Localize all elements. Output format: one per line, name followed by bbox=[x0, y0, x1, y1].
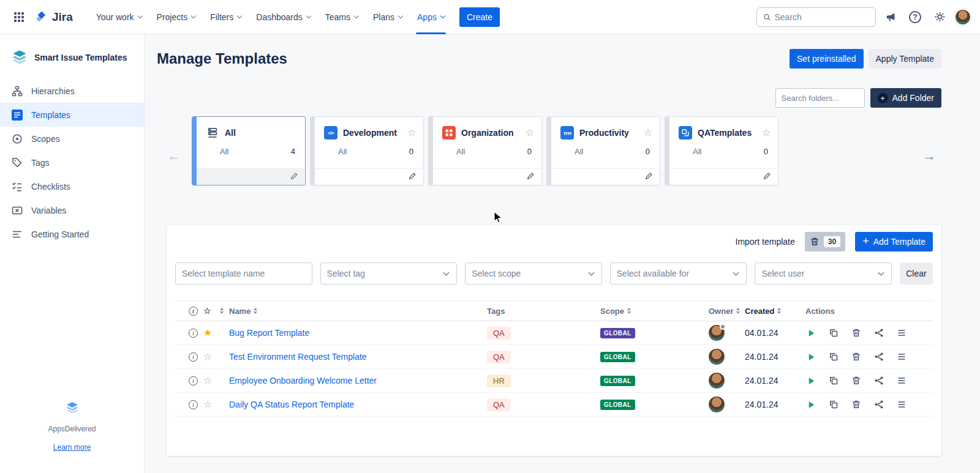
copy-icon[interactable] bbox=[828, 375, 839, 386]
favorite-star-icon[interactable] bbox=[203, 400, 212, 409]
owner-avatar[interactable] bbox=[709, 349, 725, 365]
announcements-icon[interactable] bbox=[881, 7, 900, 27]
more-menu-icon[interactable] bbox=[896, 351, 907, 362]
share-icon[interactable] bbox=[873, 351, 884, 362]
apply-play-icon[interactable] bbox=[805, 399, 816, 410]
filter-user-select[interactable]: Select user bbox=[755, 263, 892, 285]
sidebar-item-hierarchies[interactable]: Hierarchies bbox=[0, 79, 144, 103]
favorite-star-icon[interactable] bbox=[203, 352, 212, 362]
sidebar-item-variables[interactable]: Variables bbox=[0, 198, 144, 222]
apply-play-icon[interactable] bbox=[805, 327, 816, 338]
info-icon[interactable]: i bbox=[189, 376, 198, 385]
copy-icon[interactable] bbox=[828, 399, 839, 410]
template-name-link[interactable]: Test Environment Request Template bbox=[229, 352, 367, 362]
edit-folder-icon[interactable] bbox=[763, 171, 771, 182]
favorite-folder-star-icon[interactable]: ☆ bbox=[407, 128, 416, 138]
apply-play-icon[interactable] bbox=[805, 375, 816, 386]
plus-icon: + bbox=[878, 93, 888, 103]
owner-avatar[interactable] bbox=[709, 325, 725, 341]
nav-projects[interactable]: Projects bbox=[149, 0, 203, 34]
smart-issue-templates-logo-icon bbox=[11, 50, 28, 65]
owner-avatar[interactable] bbox=[709, 373, 725, 389]
more-menu-icon[interactable] bbox=[896, 375, 907, 386]
info-icon[interactable]: i bbox=[189, 400, 198, 409]
nav-apps[interactable]: Apps bbox=[410, 0, 452, 34]
nav-teams[interactable]: Teams bbox=[318, 0, 366, 34]
more-menu-icon[interactable] bbox=[896, 327, 907, 338]
help-icon[interactable]: ? bbox=[905, 7, 925, 27]
filter-tag-select[interactable]: Select tag bbox=[320, 263, 458, 285]
folder-card-organization[interactable]: Organization ☆ All 0 bbox=[428, 116, 542, 185]
folder-card-all[interactable]: All All 4 bbox=[192, 116, 306, 185]
copy-icon[interactable] bbox=[828, 327, 839, 338]
edit-folder-icon[interactable] bbox=[527, 171, 535, 182]
set-preinstalled-button[interactable]: Set preinstalled bbox=[790, 49, 864, 69]
search-folders-input[interactable] bbox=[775, 88, 865, 108]
nav-dashboards[interactable]: Dashboards bbox=[249, 0, 318, 34]
favorite-star-icon[interactable] bbox=[203, 328, 212, 338]
info-icon[interactable]: i bbox=[189, 352, 198, 362]
sort-toggle[interactable] bbox=[736, 308, 740, 314]
carousel-next-icon[interactable]: → bbox=[920, 147, 938, 165]
user-avatar[interactable] bbox=[954, 9, 971, 26]
template-name-link[interactable]: Bug Report Template bbox=[229, 328, 309, 338]
created-date: 24.01.24 bbox=[745, 400, 797, 409]
app-switcher-icon[interactable] bbox=[9, 7, 29, 28]
more-menu-icon[interactable] bbox=[896, 399, 907, 410]
share-icon[interactable] bbox=[873, 375, 884, 386]
learn-more-link[interactable]: Learn more bbox=[53, 443, 91, 452]
sort-toggle[interactable] bbox=[627, 308, 631, 314]
nav-plans[interactable]: Plans bbox=[366, 0, 410, 34]
clear-filters-button[interactable]: Clear bbox=[900, 263, 933, 285]
folder-card-productivity[interactable]: ”” Productivity ☆ All 0 bbox=[546, 116, 660, 185]
sort-toggle[interactable] bbox=[777, 308, 781, 314]
add-template-button[interactable]: + Add Template bbox=[855, 232, 933, 251]
share-icon[interactable] bbox=[873, 399, 884, 410]
template-name-link[interactable]: Daily QA Status Report Template bbox=[229, 400, 354, 409]
info-icon[interactable]: i bbox=[189, 329, 198, 338]
global-search-input[interactable] bbox=[775, 12, 870, 22]
copy-icon[interactable] bbox=[828, 351, 839, 362]
favorite-folder-star-icon[interactable]: ☆ bbox=[762, 128, 771, 138]
jira-logo[interactable]: Jira bbox=[34, 10, 73, 24]
apply-template-button[interactable]: Apply Template bbox=[869, 49, 941, 69]
template-name-link[interactable]: Employee Onboarding Welcome Letter bbox=[229, 376, 377, 385]
delete-icon[interactable] bbox=[851, 375, 862, 386]
sidebar-item-checklists[interactable]: Checklists bbox=[0, 174, 144, 198]
sidebar-item-tags[interactable]: Tags bbox=[0, 151, 144, 174]
nav-filters[interactable]: Filters bbox=[203, 0, 249, 34]
global-search[interactable] bbox=[756, 7, 876, 27]
settings-gear-icon[interactable] bbox=[930, 7, 949, 27]
sidebar-item-templates[interactable]: Templates bbox=[0, 103, 144, 127]
filter-scope-select[interactable]: Select scope bbox=[465, 263, 602, 285]
add-folder-button[interactable]: + Add Folder bbox=[870, 88, 941, 108]
chevron-down-icon bbox=[588, 270, 594, 276]
trash-bin-button[interactable]: 30 bbox=[805, 232, 845, 251]
page-title: Manage Templates bbox=[157, 50, 287, 67]
folder-card-development[interactable]: </> Development ☆ All 0 bbox=[310, 116, 424, 185]
import-template-button[interactable]: Import template bbox=[736, 237, 795, 247]
sidebar-item-scopes[interactable]: Scopes bbox=[0, 127, 144, 151]
edit-folder-icon[interactable] bbox=[290, 171, 298, 182]
sidebar-item-getting-started[interactable]: Getting Started bbox=[0, 222, 144, 246]
create-button[interactable]: Create bbox=[459, 7, 500, 27]
sort-toggle[interactable] bbox=[220, 308, 224, 314]
favorite-folder-star-icon[interactable]: ☆ bbox=[526, 128, 534, 138]
nav-your-work[interactable]: Your work bbox=[89, 0, 149, 34]
delete-icon[interactable] bbox=[851, 351, 862, 362]
scope-badge: GLOBAL bbox=[600, 328, 635, 338]
carousel-prev-icon[interactable]: ← bbox=[165, 147, 183, 165]
owner-avatar[interactable] bbox=[709, 397, 725, 412]
filter-available-for-select[interactable]: Select available for bbox=[610, 263, 747, 285]
filter-template-name-input[interactable] bbox=[175, 263, 312, 285]
delete-icon[interactable] bbox=[851, 327, 862, 338]
apply-play-icon[interactable] bbox=[805, 351, 816, 362]
edit-folder-icon[interactable] bbox=[645, 171, 653, 182]
favorite-star-icon[interactable] bbox=[203, 376, 212, 385]
delete-icon[interactable] bbox=[851, 399, 862, 410]
sort-toggle[interactable] bbox=[254, 308, 257, 314]
folder-card-qatemplates[interactable]: QATemplates ☆ All 0 bbox=[665, 116, 778, 185]
favorite-folder-star-icon[interactable]: ☆ bbox=[644, 128, 652, 138]
edit-folder-icon[interactable] bbox=[409, 171, 417, 182]
share-icon[interactable] bbox=[873, 327, 884, 338]
